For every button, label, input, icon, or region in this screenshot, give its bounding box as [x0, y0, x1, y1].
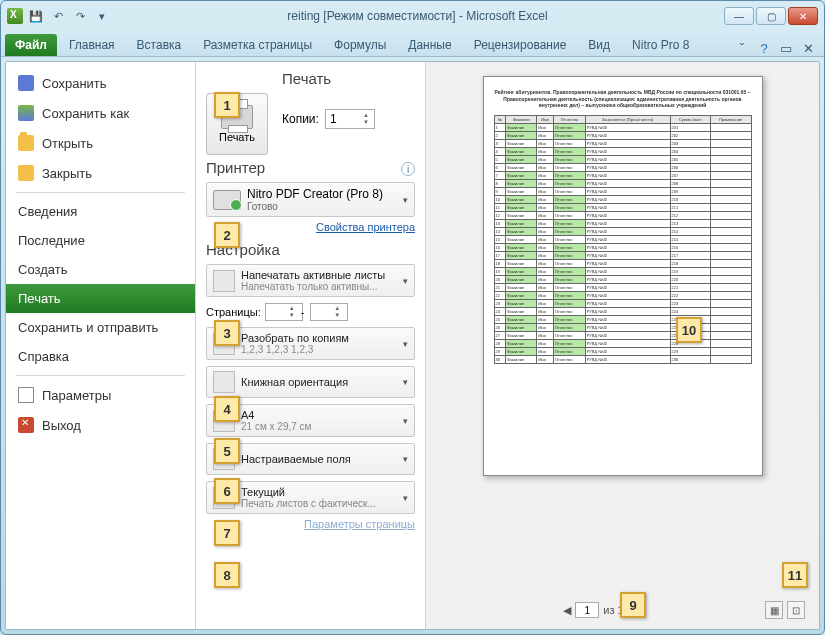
page-number-input[interactable]	[575, 602, 599, 618]
app-window: 💾 ↶ ↷ ▾ reiting [Режим совместимости] - …	[0, 0, 825, 635]
callout-8: 8	[214, 562, 240, 588]
qat-undo-icon[interactable]: ↶	[49, 7, 67, 25]
nav-close[interactable]: Закрыть	[6, 158, 195, 188]
pages-to-input[interactable]	[310, 303, 348, 321]
printer-select[interactable]: Nitro PDF Creator (Pro 8) Готово	[206, 182, 415, 217]
qat-redo-icon[interactable]: ↷	[71, 7, 89, 25]
close-button[interactable]: ✕	[788, 7, 818, 25]
tab-view[interactable]: Вид	[578, 34, 620, 56]
callout-7: 7	[214, 520, 240, 546]
tab-review[interactable]: Рецензирование	[464, 34, 577, 56]
nav-exit[interactable]: Выход	[6, 410, 195, 440]
help-icon[interactable]: ?	[756, 40, 772, 56]
print-preview: Рейтинг абитуриентов. Правоохранительная…	[426, 62, 819, 629]
nav-recent[interactable]: Последние	[6, 226, 195, 255]
close-workbook-icon[interactable]: ✕	[800, 40, 816, 56]
callout-3: 3	[214, 320, 240, 346]
close-icon	[18, 165, 34, 181]
nav-new[interactable]: Создать	[6, 255, 195, 284]
printer-heading: Принтер	[206, 159, 415, 176]
nav-info[interactable]: Сведения	[6, 197, 195, 226]
callout-5: 5	[214, 438, 240, 464]
pages-to-spinner[interactable]: ▲▼	[334, 305, 340, 319]
restore-down-icon[interactable]: ▭	[778, 40, 794, 56]
excel-icon	[7, 8, 23, 24]
callout-4: 4	[214, 396, 240, 422]
ribbon-tabs: Файл Главная Вставка Разметка страницы Ф…	[1, 31, 824, 57]
titlebar: 💾 ↶ ↷ ▾ reiting [Режим совместимости] - …	[1, 1, 824, 31]
callout-9: 9	[620, 592, 646, 618]
callout-2: 2	[214, 222, 240, 248]
zoom-to-page-button[interactable]: ⊡	[787, 601, 805, 619]
nav-options[interactable]: Параметры	[6, 380, 195, 410]
pages-range: Страницы: ▲▼ - ▲▼	[206, 303, 415, 321]
tab-data[interactable]: Данные	[398, 34, 461, 56]
pages-from-input[interactable]	[265, 303, 303, 321]
callout-6: 6	[214, 478, 240, 504]
backstage-nav: Сохранить Сохранить как Открыть Закрыть …	[6, 62, 196, 629]
tab-insert[interactable]: Вставка	[127, 34, 192, 56]
ribbon-minimize-icon[interactable]: ˇ	[734, 40, 750, 56]
quick-access-toolbar: 💾 ↶ ↷ ▾	[7, 7, 111, 25]
nav-open[interactable]: Открыть	[6, 128, 195, 158]
orientation-icon	[213, 371, 235, 393]
nav-save[interactable]: Сохранить	[6, 68, 195, 98]
nav-saveas[interactable]: Сохранить как	[6, 98, 195, 128]
callout-1: 1	[214, 92, 240, 118]
maximize-button[interactable]: ▢	[756, 7, 786, 25]
prev-page-button[interactable]: ◀	[563, 604, 571, 617]
exit-icon	[18, 417, 34, 433]
callout-10: 10	[676, 317, 702, 343]
tab-formulas[interactable]: Формулы	[324, 34, 396, 56]
tab-home[interactable]: Главная	[59, 34, 125, 56]
qat-save-icon[interactable]: 💾	[27, 7, 45, 25]
minimize-button[interactable]: —	[724, 7, 754, 25]
options-icon	[18, 387, 34, 403]
window-title: reiting [Режим совместимости] - Microsof…	[111, 9, 724, 23]
copies-spinner[interactable]: ▲▼	[363, 112, 369, 126]
nav-share[interactable]: Сохранить и отправить	[6, 313, 195, 342]
preview-page: Рейтинг абитуриентов. Правоохранительная…	[483, 76, 763, 476]
tab-nitro[interactable]: Nitro Pro 8	[622, 34, 699, 56]
printer-icon	[213, 190, 241, 210]
opt-orientation[interactable]: Книжная ориентация	[206, 366, 415, 398]
save-icon	[18, 75, 34, 91]
qat-custom-icon[interactable]: ▾	[93, 7, 111, 25]
nav-print[interactable]: Печать	[6, 284, 195, 313]
nav-help[interactable]: Справка	[6, 342, 195, 371]
tab-file[interactable]: Файл	[5, 34, 57, 56]
open-icon	[18, 135, 34, 151]
backstage: Сохранить Сохранить как Открыть Закрыть …	[5, 61, 820, 630]
tab-layout[interactable]: Разметка страницы	[193, 34, 322, 56]
print-heading: Печать	[282, 70, 415, 87]
show-margins-button[interactable]: ▦	[765, 601, 783, 619]
opt-what-to-print[interactable]: Напечатать активные листыНапечатать толь…	[206, 264, 415, 297]
copies-label: Копии:	[282, 112, 319, 126]
saveas-icon	[18, 105, 34, 121]
printer-info-icon[interactable]: i	[401, 162, 415, 176]
callout-11: 11	[782, 562, 808, 588]
pages-from-spinner[interactable]: ▲▼	[289, 305, 295, 319]
window-controls: — ▢ ✕	[724, 7, 818, 25]
sheets-icon	[213, 270, 235, 292]
